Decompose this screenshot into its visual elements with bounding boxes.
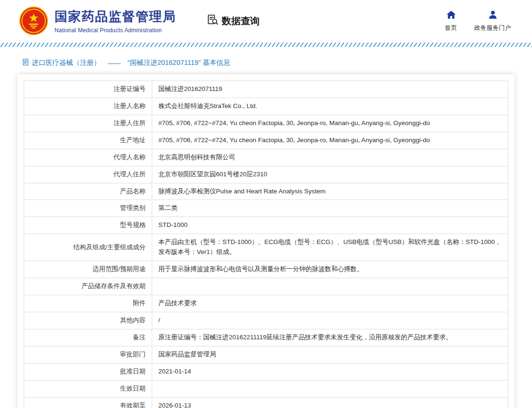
field-label: 其他内容 (24, 312, 152, 329)
field-value: 北京高思明创科技有限公司 (152, 149, 508, 166)
field-value: 国械注进20162071119 (152, 81, 508, 98)
field-value: 北京市朝阳区望京园601号楼20层2310 (152, 166, 508, 183)
field-value: 用于显示脉搏波波形和心电信号以及测量分析一分钟的脉波数和心搏数。 (152, 261, 508, 278)
table-row: 备注 原注册证编号：国械注进20162211119延续注册产品技术要求未发生变化… (24, 329, 508, 346)
table-row: 管理类别 第二类 (24, 200, 508, 217)
field-label: 产品储存条件及有效期 (24, 278, 152, 295)
table-row: 生效日期 (24, 380, 508, 397)
page: 国家药品监督管理局 National Medical Products Admi… (0, 0, 532, 408)
field-value (152, 278, 508, 295)
table-row: 注册人名称 株式会社斯特迪克StraTek Co., Ltd. (24, 98, 508, 115)
field-value: 原注册证编号：国械注进20162211119延续注册产品技术要求未发生变化，沿用… (152, 329, 508, 346)
table-row: 结构及组成/主要组成成分 本产品由主机（型号：STD-1000）、ECG电缆（型… (24, 234, 508, 261)
nav-service-portal-label: 政务服务门户 (474, 24, 511, 32)
field-value: 脉搏波及心率检测仪Pulse and Heart Rate Analysis S… (152, 183, 508, 200)
table-row: 批准日期 2021-01-14 (24, 363, 508, 380)
data-query-icon (207, 14, 219, 28)
breadcrumb-separator: —— (108, 59, 120, 67)
user-icon (487, 10, 498, 21)
field-label: 注册人名称 (24, 98, 152, 115)
registration-info-table: 注册证编号 国械注进20162071119 注册人名称 株式会社斯特迪克Stra… (24, 81, 508, 408)
field-label: 管理类别 (24, 200, 152, 217)
field-value: #705, #706, #722~#724, Yu cheon Factopia… (152, 115, 508, 132)
field-value: #705, #706, #722~#724, Yu cheon Factopia… (152, 132, 508, 149)
data-query-section[interactable]: 数据查询 (207, 14, 260, 28)
main-content: 进口医疗器械（注册） —— “国械注进20162071119” 基本信息 注册证… (0, 58, 532, 408)
decorative-stripe-band (0, 43, 532, 47)
field-label: 产品名称 (24, 183, 152, 200)
field-label: 注册人住所 (24, 115, 152, 132)
org-title-block: 国家药品监督管理局 National Medical Products Admi… (55, 8, 176, 34)
field-label: 生产地址 (24, 132, 152, 149)
breadcrumb: 进口医疗器械（注册） —— “国械注进20162071119” 基本信息 (22, 58, 515, 67)
field-label: 附件 (24, 295, 152, 312)
field-value: 产品技术要求 (152, 295, 508, 312)
table-row: 审批部门 国家药品监督管理局 (24, 346, 508, 363)
document-icon (22, 58, 29, 67)
table-row: 注册人住所 #705, #706, #722~#724, Yu cheon Fa… (24, 115, 508, 132)
header-nav: 首页 政务服务门户 (445, 10, 511, 32)
field-value (152, 380, 508, 397)
data-query-label: 数据查询 (222, 15, 260, 27)
table-row: 产品储存条件及有效期 (24, 278, 508, 295)
table-row: 附件 产品技术要求 (24, 295, 508, 312)
org-name-cn: 国家药品监督管理局 (55, 8, 176, 25)
field-label: 型号规格 (24, 217, 152, 234)
table-row: 其他内容 / (24, 312, 508, 329)
table-row: 产品名称 脉搏波及心率检测仪Pulse and Heart Rate Analy… (24, 183, 508, 200)
site-logo[interactable]: 国家药品监督管理局 National Medical Products Admi… (19, 6, 176, 36)
field-value: 2026-01-13 (152, 397, 508, 408)
field-value: 本产品由主机（型号：STD-1000）、ECG电缆（型号：ECG）、USB电缆（… (152, 234, 508, 261)
breadcrumb-category[interactable]: 进口医疗器械（注册） (32, 58, 101, 67)
site-header: 国家药品监督管理局 National Medical Products Admi… (0, 0, 532, 43)
table-row: 代理人住所 北京市朝阳区望京园601号楼20层2310 (24, 166, 508, 183)
breadcrumb-title: “国械注进20162071119” 基本信息 (128, 58, 230, 67)
national-emblem-icon (19, 6, 48, 36)
field-value: 国家药品监督管理局 (152, 346, 508, 363)
nav-service-portal[interactable]: 政务服务门户 (474, 10, 511, 32)
field-label: 结构及组成/主要组成成分 (24, 234, 152, 261)
table-row: 有效期至 2026-01-13 (24, 397, 508, 408)
field-label: 适用范围/预期用途 (24, 261, 152, 278)
field-value: 第二类 (152, 200, 508, 217)
nav-home[interactable]: 首页 (445, 10, 457, 32)
home-icon (446, 10, 457, 21)
field-label: 备注 (24, 329, 152, 346)
org-name-en: National Medical Products Administration (55, 27, 176, 34)
field-value: 2021-01-14 (152, 363, 508, 380)
field-label: 批准日期 (24, 363, 152, 380)
table-row: 注册证编号 国械注进20162071119 (24, 81, 508, 98)
field-label: 代理人名称 (24, 149, 152, 166)
detail-card: 注册证编号 国械注进20162071119 注册人名称 株式会社斯特迪克Stra… (17, 74, 515, 408)
field-label: 注册证编号 (24, 81, 152, 98)
table-row: 型号规格 STD-1000 (24, 217, 508, 234)
field-label: 代理人住所 (24, 166, 152, 183)
nav-home-label: 首页 (445, 24, 457, 32)
field-label: 有效期至 (24, 397, 152, 408)
field-value: STD-1000 (152, 217, 508, 234)
field-label: 生效日期 (24, 380, 152, 397)
field-label: 审批部门 (24, 346, 152, 363)
table-row: 代理人名称 北京高思明创科技有限公司 (24, 149, 508, 166)
table-row: 适用范围/预期用途 用于显示脉搏波波形和心电信号以及测量分析一分钟的脉波数和心搏… (24, 261, 508, 278)
field-value: / (152, 312, 508, 329)
table-row: 生产地址 #705, #706, #722~#724, Yu cheon Fac… (24, 132, 508, 149)
field-value: 株式会社斯特迪克StraTek Co., Ltd. (152, 98, 508, 115)
